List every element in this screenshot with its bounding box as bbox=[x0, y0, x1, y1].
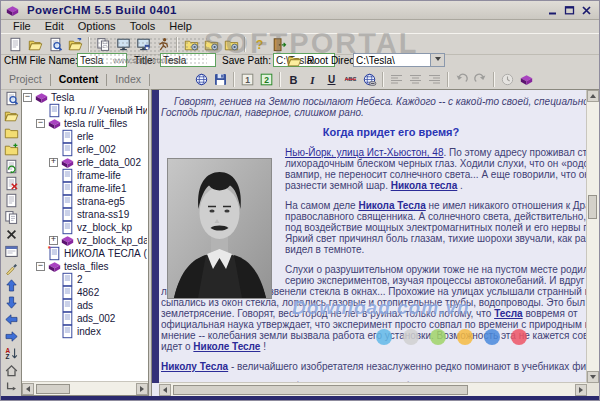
tree-item[interactable]: erle bbox=[23, 130, 147, 143]
search-icon[interactable] bbox=[45, 35, 65, 53]
align-right-icon[interactable] bbox=[425, 71, 444, 88]
minimize-button[interactable] bbox=[544, 3, 561, 17]
tab-project[interactable]: Project bbox=[1, 71, 50, 88]
hyperlink[interactable]: Никола тесла bbox=[391, 180, 458, 191]
hyperlink[interactable]: Николу Тесла bbox=[161, 361, 228, 372]
hhp-wizard-icon[interactable] bbox=[181, 35, 201, 53]
browse-folder-button[interactable] bbox=[285, 52, 304, 68]
combobox-dropdown-button[interactable] bbox=[430, 54, 444, 66]
hyperlink[interactable]: Николе Тесле bbox=[193, 341, 260, 352]
menu-item-help[interactable]: Help bbox=[162, 20, 199, 32]
tab-index[interactable]: Index bbox=[107, 71, 149, 88]
scroll-right-button[interactable] bbox=[575, 384, 587, 396]
new-project-icon[interactable] bbox=[5, 35, 25, 53]
hyperlink-icon[interactable] bbox=[360, 71, 379, 88]
redo-icon[interactable] bbox=[471, 71, 490, 88]
tree-toggle[interactable]: − bbox=[23, 93, 32, 102]
tree-item[interactable]: iframe-life1 bbox=[23, 182, 147, 195]
decompile-icon[interactable] bbox=[133, 35, 153, 53]
underline-icon[interactable]: U bbox=[322, 71, 341, 88]
horizontal-scrollbar[interactable] bbox=[159, 382, 587, 396]
tree-toggle[interactable]: − bbox=[36, 262, 45, 271]
tree-toggle[interactable]: + bbox=[49, 236, 58, 245]
tree-item[interactable]: +erle_data_002 bbox=[23, 156, 147, 169]
home-icon[interactable] bbox=[2, 362, 20, 379]
open-topic-icon[interactable] bbox=[2, 107, 20, 124]
save-icon[interactable] bbox=[211, 71, 230, 88]
tree-item[interactable]: iframe-life bbox=[23, 169, 147, 182]
template2-icon[interactable]: 2 bbox=[257, 71, 276, 88]
move-left-icon[interactable] bbox=[2, 311, 20, 328]
sort-icon[interactable]: AZ bbox=[2, 345, 20, 362]
tree-item[interactable]: erle_002 bbox=[23, 143, 147, 156]
merge-wizard-icon[interactable] bbox=[201, 35, 221, 53]
tree-item[interactable]: kp.ru // Ученый Нико bbox=[23, 104, 147, 117]
save-project-icon[interactable] bbox=[65, 35, 85, 53]
convert-wizard-icon[interactable] bbox=[221, 35, 241, 53]
edit-style-icon[interactable] bbox=[2, 260, 20, 277]
scroll-left-button[interactable] bbox=[159, 384, 171, 396]
find-topic-icon[interactable] bbox=[2, 90, 20, 107]
tree-item[interactable]: index bbox=[23, 325, 147, 338]
tree-item[interactable]: −tesla rulit_files bbox=[23, 117, 147, 130]
expand-icon[interactable] bbox=[2, 379, 20, 396]
scroll-down-button[interactable] bbox=[587, 371, 599, 383]
scroll-up-button[interactable] bbox=[587, 90, 599, 102]
hyperlink[interactable]: Никола Тесла bbox=[358, 200, 425, 211]
scroll-left-button[interactable] bbox=[22, 383, 34, 395]
copy-topic-icon[interactable] bbox=[2, 209, 20, 226]
maximize-button[interactable] bbox=[561, 3, 578, 17]
datetime-icon[interactable] bbox=[498, 71, 517, 88]
help-icon[interactable]: ? bbox=[249, 35, 269, 53]
move-up-icon[interactable] bbox=[2, 277, 20, 294]
exit-icon[interactable] bbox=[269, 35, 289, 53]
scroll-right-button[interactable] bbox=[136, 383, 148, 395]
move-down-icon[interactable] bbox=[2, 294, 20, 311]
tree-item[interactable]: *НИКОЛА ТЕСЛА (Nik bbox=[23, 247, 147, 260]
add-folder-icon[interactable] bbox=[2, 141, 20, 158]
web-page-icon[interactable] bbox=[192, 71, 211, 88]
template1-icon[interactable]: 1 bbox=[238, 71, 257, 88]
tree-item[interactable]: strana-ss19 bbox=[23, 208, 147, 221]
horizontal-scroll-thumb[interactable] bbox=[173, 385, 468, 395]
tree-scroll-thumb[interactable] bbox=[36, 384, 70, 394]
new-topic-icon[interactable] bbox=[2, 192, 20, 209]
menu-item-options[interactable]: Options bbox=[71, 20, 123, 32]
menu-item-edit[interactable]: Edit bbox=[38, 20, 71, 32]
align-left-icon[interactable] bbox=[387, 71, 406, 88]
chm-file-name-input[interactable] bbox=[77, 53, 127, 67]
tree-item[interactable]: strana-eg5 bbox=[23, 195, 147, 208]
tree-item[interactable]: vz_block_kp bbox=[23, 221, 147, 234]
hyperlink[interactable]: Нью-Йорк, улица Ист-Хьюстон, 48 bbox=[285, 147, 443, 158]
tree-item[interactable]: −Tesla bbox=[23, 91, 147, 104]
undo-icon[interactable] bbox=[452, 71, 471, 88]
compile-icon[interactable] bbox=[93, 35, 113, 53]
preview-chm-icon[interactable] bbox=[113, 35, 133, 53]
vertical-scrollbar[interactable] bbox=[586, 90, 599, 383]
delete-icon[interactable] bbox=[2, 226, 20, 243]
tree-item[interactable]: ads_002 bbox=[23, 312, 147, 325]
properties-icon[interactable] bbox=[2, 243, 20, 260]
tree-item[interactable]: +vz_block_kp_data bbox=[23, 234, 147, 247]
open-project-icon[interactable] bbox=[25, 35, 45, 53]
italic-icon[interactable]: I bbox=[303, 71, 322, 88]
title-input[interactable] bbox=[160, 53, 216, 67]
move-right-icon[interactable] bbox=[2, 328, 20, 345]
tree-toggle[interactable]: + bbox=[49, 158, 58, 167]
strikethrough-icon[interactable]: ABC bbox=[341, 71, 360, 88]
menu-item-file[interactable]: File bbox=[6, 20, 38, 32]
print-icon[interactable] bbox=[517, 71, 536, 88]
close-button[interactable] bbox=[578, 3, 595, 17]
run-chm-icon[interactable] bbox=[153, 35, 173, 53]
root-directory-combobox[interactable]: C:\Tesla\ bbox=[353, 53, 445, 67]
tab-content[interactable]: Content bbox=[51, 71, 107, 88]
tree-item[interactable]: 4862 bbox=[23, 286, 147, 299]
tree-item[interactable]: −tesla_files bbox=[23, 260, 147, 273]
hyperlink[interactable]: Тесла bbox=[494, 308, 523, 319]
vertical-scroll-thumb[interactable] bbox=[588, 195, 597, 219]
bold-icon[interactable]: B bbox=[284, 71, 303, 88]
remove-topic-icon[interactable] bbox=[2, 175, 20, 192]
menu-item-tools[interactable]: Tools bbox=[123, 20, 163, 32]
tree-horizontal-scrollbar[interactable] bbox=[22, 381, 148, 395]
tree-item[interactable]: ads bbox=[23, 299, 147, 312]
